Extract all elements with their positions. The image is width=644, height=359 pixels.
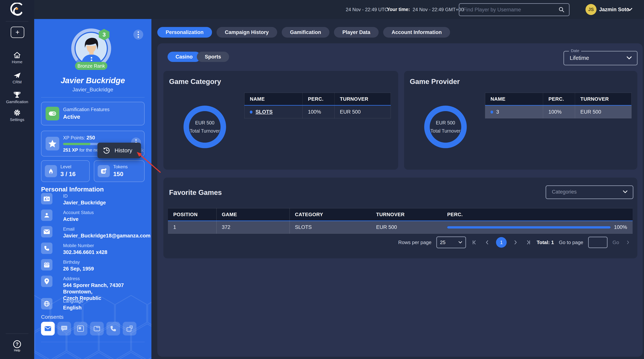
player-search[interactable] <box>459 3 570 16</box>
tab-campaign-history[interactable]: Campaign History <box>216 27 277 38</box>
first-page-button[interactable] <box>471 238 478 246</box>
categories-select[interactable]: Categories <box>546 186 633 199</box>
column-header[interactable]: PERC. <box>302 93 334 106</box>
level-label: Level <box>60 164 71 170</box>
consent-browser-icon[interactable] <box>90 322 104 336</box>
total-label: Total: <box>537 240 550 245</box>
player-tabs: Personalization Campaign History Gamific… <box>157 27 450 38</box>
utc-time: 24 Nov - 22:49 UTC <box>346 7 388 12</box>
game-cell: 372 <box>216 221 290 234</box>
tab-gamification[interactable]: Gamification <box>282 27 330 38</box>
game-provider-donut: EUR 500 Total Turnover <box>424 106 467 148</box>
go-chevron-icon[interactable] <box>624 238 632 246</box>
xp-points-label: XP Points: <box>63 135 86 140</box>
category-link[interactable]: SLOTS <box>256 109 272 115</box>
column-header[interactable]: PERC. <box>442 208 632 221</box>
field-label: Language <box>63 298 84 304</box>
tab-personalization[interactable]: Personalization <box>157 27 212 38</box>
column-header[interactable]: NAME <box>244 93 302 106</box>
chevron-down-icon <box>626 56 632 60</box>
screen: 24 Nov - 22:49 UTC Your time: 24 Nov - 2… <box>0 0 644 359</box>
context-menu-history[interactable]: History <box>98 143 141 158</box>
consent-email-icon[interactable] <box>41 322 55 336</box>
sidebar-item-settings[interactable]: Settings <box>0 109 34 122</box>
map-pin-icon <box>41 276 52 287</box>
rows-per-page-select[interactable]: 25 <box>436 236 466 248</box>
envelope-icon <box>41 226 52 238</box>
total-value: 1 <box>551 240 554 245</box>
sidebar-item-label: Help <box>14 349 20 352</box>
perc-progress-bar <box>447 226 610 228</box>
toggle-sports[interactable]: Sports <box>197 52 229 62</box>
next-page-button[interactable] <box>512 238 519 246</box>
table-row[interactable]: 1 372 SLOTS EUR 500 100% <box>168 221 632 234</box>
consent-sms-icon[interactable] <box>57 322 71 336</box>
sidebar-item-label: Gamification <box>0 100 34 104</box>
game-provider-card: Game Provider EUR 500 Total Turnover NAM… <box>404 71 637 170</box>
sidebar-item-help[interactable]: ? Help <box>0 340 34 352</box>
consent-share-icon[interactable] <box>123 322 136 336</box>
rank-pill-label: Bronze Rank <box>78 63 105 69</box>
pagination: Rows per page 25 1 Total: 1 Go to page <box>398 237 632 248</box>
search-input[interactable] <box>459 7 558 13</box>
column-header[interactable]: TURNOVER <box>334 93 391 106</box>
last-page-button[interactable] <box>524 238 532 246</box>
person-icon <box>41 210 52 221</box>
xp-next-bold: 251 XP <box>63 148 78 152</box>
sidebar-item-crm[interactable]: CRM <box>0 72 34 84</box>
rank-pill: Bronze Rank <box>75 62 107 70</box>
toggle-casino[interactable]: Casino <box>168 52 200 62</box>
gamanza-logo-icon[interactable] <box>9 3 25 18</box>
column-header[interactable]: PERC. <box>543 93 575 106</box>
consent-phone-icon[interactable] <box>106 322 120 336</box>
table-row[interactable]: SLOTS 100% EUR 500 <box>244 106 391 118</box>
column-header[interactable]: CATEGORY <box>290 208 371 221</box>
current-page-button[interactable]: 1 <box>496 237 507 248</box>
prev-page-button[interactable] <box>484 238 491 246</box>
turnover-cell: EUR 500 <box>334 106 391 118</box>
column-header[interactable]: TURNOVER <box>575 93 632 106</box>
field-value: Javier_Buckridge18@gamanza.com <box>63 232 150 239</box>
column-header[interactable]: GAME <box>216 208 290 221</box>
personal-info-title: Personal Information <box>41 186 104 193</box>
sidebar-item-gamification[interactable]: Gamification <box>0 91 34 104</box>
xp-points-value: 250 <box>86 135 95 140</box>
features-value: Active <box>63 114 80 120</box>
favorite-games-title: Favorite Games <box>169 188 222 196</box>
tab-player-data[interactable]: Player Data <box>334 27 378 38</box>
goto-page-input[interactable] <box>588 237 608 248</box>
column-header[interactable]: NAME <box>485 93 543 106</box>
tokens-label: Tokens <box>113 164 128 170</box>
column-header[interactable]: POSITION <box>168 208 216 221</box>
column-header[interactable]: TURNOVER <box>371 208 442 221</box>
go-button[interactable]: Go <box>612 240 619 246</box>
sidebar-item-home[interactable]: Home <box>0 52 34 64</box>
field-label: Birthday <box>63 260 80 265</box>
tokens-card: Tokens 150 <box>94 160 144 182</box>
table-row[interactable]: 3 100% EUR 500 <box>485 106 632 118</box>
level-card: Level 3 / 16 <box>41 160 90 182</box>
player-username: Javier_Buckridge <box>34 86 152 93</box>
profile-more-button[interactable] <box>133 30 143 40</box>
nav-rail: + Home CRM Gamification Sett <box>0 0 34 359</box>
date-select[interactable]: Date Lifetime <box>564 51 638 65</box>
calendar-icon <box>41 259 52 270</box>
tab-account-information[interactable]: Account Information <box>383 27 450 38</box>
search-icon[interactable] <box>558 6 565 13</box>
sidebar-item-label: Settings <box>0 118 34 122</box>
consent-notification-icon[interactable] <box>74 322 88 336</box>
history-menu-label: History <box>114 147 132 154</box>
add-button[interactable]: + <box>11 26 24 38</box>
date-select-label: Date <box>569 48 581 53</box>
send-icon <box>0 72 34 79</box>
avatar-initials: JS <box>588 7 594 12</box>
help-icon: ? <box>0 340 34 349</box>
user-name[interactable]: Jazmin Soto <box>599 7 629 12</box>
series-dot-icon <box>490 110 493 114</box>
phone-icon <box>41 242 52 254</box>
star-icon <box>46 137 59 150</box>
goto-page-label: Go to page <box>559 240 584 246</box>
user-menu-chevron-icon[interactable] <box>627 8 632 12</box>
avatar[interactable]: JS <box>586 4 596 15</box>
player-profile-panel: 3 Bronze Rank Javier Buckridge Javier_Bu… <box>34 19 152 359</box>
